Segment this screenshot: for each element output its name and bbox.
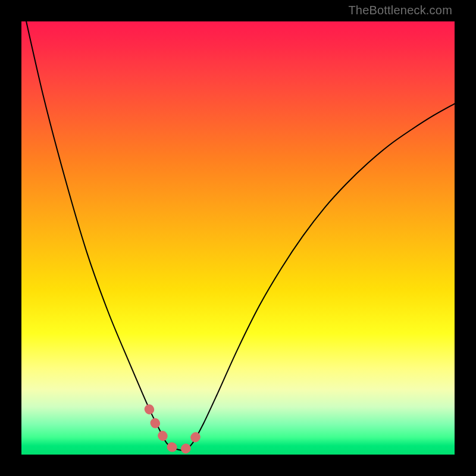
plot-area — [21, 21, 455, 455]
watermark-label: TheBottleneck.com — [348, 4, 452, 17]
curve-highlight — [149, 409, 197, 450]
chart-svg — [21, 21, 455, 455]
curve-main — [21, 21, 455, 450]
